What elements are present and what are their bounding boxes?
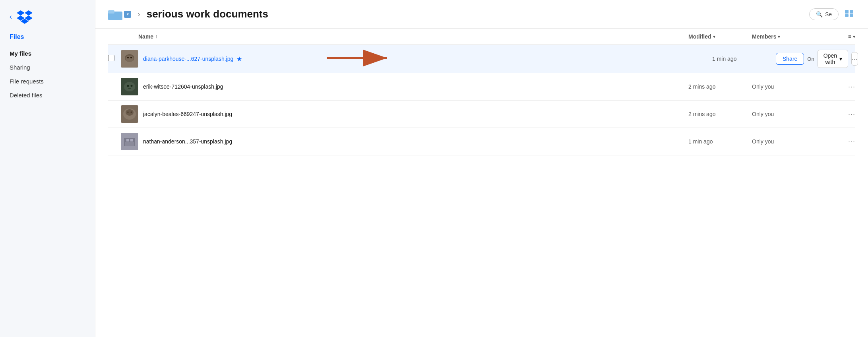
file-members-2: Only you (752, 83, 831, 90)
file-actions-col-2: ··· (831, 83, 855, 91)
file-checkbox-4[interactable] (108, 138, 121, 145)
file-modified-1: 1 min ago (712, 56, 776, 62)
svg-rect-24 (125, 142, 134, 146)
share-button[interactable]: Share (776, 53, 804, 65)
open-with-button[interactable]: Open with ▾ (818, 50, 848, 68)
svg-point-15 (127, 85, 129, 87)
search-icon: 🔍 (816, 11, 823, 17)
breadcrumb-separator: › (138, 10, 140, 19)
svg-point-19 (126, 109, 134, 116)
grid-view-icon (845, 10, 854, 17)
table-row[interactable]: diana-parkhouse-...627-unsplash.jpg ★ 1 … (108, 45, 855, 73)
table-row[interactable]: nathan-anderson...357-unsplash.jpg 1 min… (108, 128, 855, 155)
view-toggle-button[interactable] (843, 8, 855, 20)
file-members-1: Share On Open with ▾ ··· (776, 50, 855, 68)
more-options-button-3[interactable]: ··· (848, 110, 855, 118)
folder-title: serious work documents (147, 8, 268, 20)
collapse-icon[interactable]: ‹ (10, 13, 12, 21)
folder-icon (108, 8, 122, 20)
col-header-name[interactable]: Name ↑ (138, 33, 688, 40)
sidebar-header: ‹ (0, 10, 95, 33)
table-row[interactable]: jacalyn-beales-669247-unsplash.jpg 2 min… (108, 101, 855, 128)
sidebar-item-file-requests[interactable]: File requests (0, 75, 95, 88)
svg-rect-26 (130, 139, 133, 141)
file-members-4: Only you (752, 138, 831, 145)
file-checkbox-2[interactable] (108, 83, 121, 91)
svg-point-9 (127, 57, 129, 58)
sidebar: ‹ Files My files Sharing File requests D… (0, 0, 95, 337)
file-modified-4: 1 min ago (688, 138, 752, 145)
folder-dropdown-button[interactable]: ▾ (124, 11, 131, 18)
search-button[interactable]: 🔍 Se (809, 8, 839, 20)
file-checkbox-3[interactable] (108, 110, 121, 118)
col-header-actions[interactable]: ≡ ▾ (831, 33, 855, 40)
svg-point-20 (128, 112, 129, 113)
svg-rect-1 (108, 10, 114, 14)
table-row[interactable]: erik-witsoe-712604-unsplash.jpg 2 mins a… (108, 73, 855, 101)
svg-point-8 (126, 56, 134, 62)
file-members-3: Only you (752, 111, 831, 117)
file-name-col-3: jacalyn-beales-669247-unsplash.jpg (143, 111, 688, 117)
file-thumbnail-3 (121, 105, 138, 123)
ellipsis-icon-1: ··· (852, 55, 858, 63)
file-thumbnail-4 (121, 133, 138, 150)
svg-rect-4 (845, 14, 849, 17)
dropbox-logo (17, 10, 33, 24)
col-header-modified[interactable]: Modified ▾ (688, 33, 752, 40)
svg-rect-3 (850, 10, 853, 14)
sidebar-item-my-files[interactable]: My files (0, 47, 95, 60)
file-name-col-2: erik-witsoe-712604-unsplash.jpg (143, 83, 688, 90)
sidebar-item-sharing[interactable]: Sharing (0, 61, 95, 74)
open-with-dropdown-arrow: ▾ (839, 56, 842, 62)
file-list-container: Name ↑ Modified ▾ Members ▾ ≡ ▾ (95, 29, 868, 337)
sidebar-item-deleted-files[interactable]: Deleted files (0, 89, 95, 102)
files-section-title: Files (0, 33, 95, 47)
more-options-button-2[interactable]: ··· (848, 83, 855, 91)
file-list-header: Name ↑ Modified ▾ Members ▾ ≡ ▾ (108, 29, 855, 45)
main-content: ▾ › serious work documents 🔍 Se (95, 0, 868, 337)
svg-rect-25 (126, 139, 129, 141)
file-checkbox-1[interactable] (108, 55, 121, 63)
file-thumbnail-1 (121, 50, 138, 68)
file-thumbnail-2 (121, 78, 138, 95)
svg-point-21 (131, 112, 132, 113)
header-actions: 🔍 Se (809, 8, 855, 20)
star-icon-1[interactable]: ★ (236, 55, 242, 63)
on-label: On (807, 56, 814, 62)
file-modified-3: 2 mins ago (688, 111, 752, 117)
file-name-2: erik-witsoe-712604-unsplash.jpg (143, 83, 223, 90)
folder-icon-wrapper: ▾ (108, 8, 131, 20)
search-label: Se (825, 11, 832, 17)
svg-point-10 (130, 57, 132, 58)
more-options-button-4[interactable]: ··· (848, 138, 855, 146)
svg-rect-2 (845, 10, 849, 14)
file-modified-2: 2 mins ago (688, 83, 752, 90)
file-name-4: nathan-anderson...357-unsplash.jpg (143, 138, 232, 145)
sidebar-nav: My files Sharing File requests Deleted f… (0, 47, 95, 102)
members-dropdown-arrow: ▾ (778, 34, 780, 39)
more-options-button-1[interactable]: ··· (851, 52, 858, 66)
svg-point-16 (131, 85, 133, 87)
file-name-1[interactable]: diana-parkhouse-...627-unsplash.jpg (143, 56, 233, 62)
modified-dropdown-arrow: ▾ (713, 34, 715, 39)
file-name-col-4: nathan-anderson...357-unsplash.jpg (143, 138, 688, 145)
highlighted-actions: Share On Open with ▾ ··· (776, 50, 855, 68)
file-actions-col-4: ··· (831, 138, 855, 146)
file-name-3: jacalyn-beales-669247-unsplash.jpg (143, 111, 232, 117)
name-sort-arrow: ↑ (155, 34, 157, 39)
file-actions-col-3: ··· (831, 110, 855, 118)
svg-point-14 (124, 82, 135, 91)
col-header-members[interactable]: Members ▾ (752, 33, 831, 40)
file-name-col-1: diana-parkhouse-...627-unsplash.jpg ★ (143, 55, 712, 63)
svg-rect-5 (850, 14, 853, 17)
list-view-icon: ≡ (848, 33, 851, 40)
header: ▾ › serious work documents 🔍 Se (95, 0, 868, 29)
